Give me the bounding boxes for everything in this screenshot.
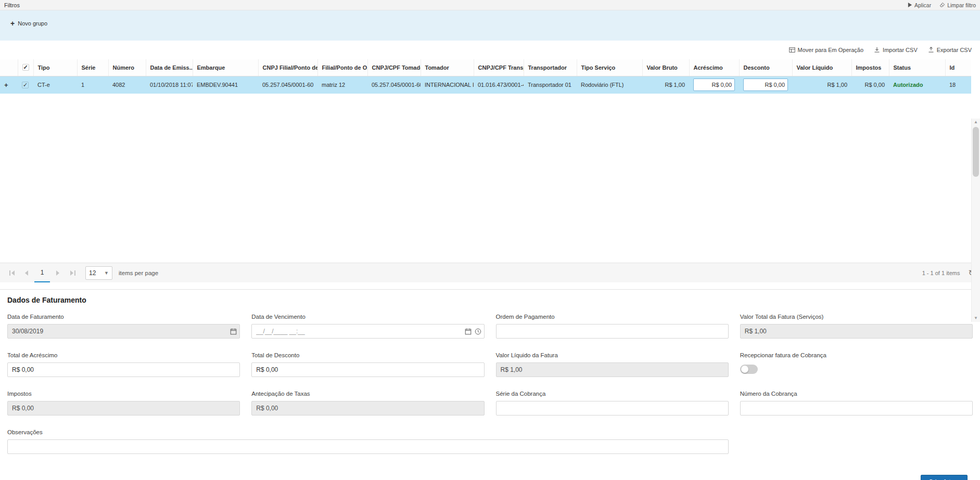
impostos-label: Impostos: [7, 391, 240, 397]
column-header-acrescimo[interactable]: Acréscimo: [689, 59, 739, 76]
desconto-input[interactable]: [743, 79, 788, 91]
cell-transportador: Transportador 01: [524, 76, 577, 94]
current-page[interactable]: 1: [34, 264, 50, 282]
select-all-checkbox-cell: ✓: [18, 59, 33, 76]
cell-cnpj-filial: 05.257.045/0001-60: [258, 76, 317, 94]
column-header-cnpj-tomador[interactable]: CNPJ/CPF Tomador: [367, 59, 421, 76]
valor-liquido-input: [496, 362, 729, 377]
vertical-scrollbar[interactable]: ▲ ▼: [971, 119, 980, 322]
grid-table: ✓ Tipo Série Número Data de Emiss... Emb…: [0, 59, 971, 94]
scroll-down-icon[interactable]: ▼: [972, 315, 980, 322]
criar-fatura-button[interactable]: Criar fatura: [921, 475, 968, 480]
row-checkbox[interactable]: ✓: [22, 82, 29, 88]
column-header-numero[interactable]: Número: [108, 59, 146, 76]
total-acrescimo-label: Total de Acréscimo: [7, 352, 240, 358]
grid-empty-area: [0, 94, 980, 263]
column-header-tomador[interactable]: Tomador: [421, 59, 474, 76]
column-header-desconto[interactable]: Desconto: [739, 59, 792, 76]
apply-filter-label: Aplicar: [914, 2, 931, 8]
export-csv-label: Exportar CSV: [937, 47, 972, 53]
next-page-button[interactable]: [51, 264, 65, 282]
table-move-icon: [789, 47, 795, 53]
last-page-button[interactable]: [66, 264, 79, 282]
import-csv-button[interactable]: Importar CSV: [874, 47, 918, 53]
new-group-button[interactable]: + Novo grupo: [6, 17, 52, 30]
column-header-cnpj-transp[interactable]: CNPJ/CPF Transp...: [474, 59, 524, 76]
eraser-icon: [939, 2, 945, 8]
total-desconto-label: Total de Desconto: [251, 352, 484, 358]
recepcionar-toggle[interactable]: [740, 365, 758, 374]
column-header-serie[interactable]: Série: [77, 59, 108, 76]
data-vencimento-input[interactable]: [251, 324, 484, 339]
cell-acrescimo: [689, 76, 739, 94]
acrescimo-input[interactable]: [693, 79, 735, 91]
clear-filter-button[interactable]: Limpar filtro: [939, 2, 976, 8]
observacoes-field: Observações: [7, 429, 729, 454]
column-header-valor-bruto[interactable]: Valor Bruto: [642, 59, 689, 76]
prev-page-button[interactable]: [20, 264, 33, 282]
cell-valor-bruto: R$ 1,00: [642, 76, 689, 94]
import-icon: [874, 47, 880, 53]
serie-cobranca-input[interactable]: [496, 401, 729, 416]
new-group-label: Novo grupo: [18, 20, 47, 27]
column-header-impostos[interactable]: Impostos: [851, 59, 889, 76]
billing-section: Dados de Faturamento Data de Faturamento…: [0, 289, 980, 480]
data-vencimento-label: Data de Vencimento: [251, 314, 484, 320]
serie-cobranca-label: Série da Cobrança: [496, 391, 729, 397]
recepcionar-label: Recepcionar fatura de Cobrança: [740, 352, 973, 358]
select-all-checkbox[interactable]: ✓: [22, 64, 29, 71]
data-faturamento-input: [7, 324, 240, 339]
column-header-tipo-servico[interactable]: Tipo Serviço: [577, 59, 642, 76]
column-header-filial[interactable]: Filial/Ponto de O...: [317, 59, 367, 76]
column-header-transportador[interactable]: Transportador: [524, 59, 577, 76]
scroll-up-icon[interactable]: ▲: [972, 119, 980, 126]
move-to-operation-button[interactable]: Mover para Em Operação: [789, 47, 864, 53]
items-per-page-label: items per page: [119, 270, 158, 276]
numero-cobranca-input[interactable]: [740, 401, 973, 416]
cell-desconto: [739, 76, 792, 94]
table-row[interactable]: + ✓ CT-e 1 4082 01/10/2018 11:07 EMBDEV.…: [0, 76, 971, 94]
cell-serie: 1: [77, 76, 108, 94]
page-size-value: 12: [89, 269, 96, 277]
first-page-button[interactable]: [5, 264, 19, 282]
filter-group-area: + Novo grupo: [0, 10, 980, 41]
cell-checkbox: ✓: [18, 76, 33, 94]
filters-actions: Aplicar Limpar filtro: [908, 2, 976, 8]
clock-icon[interactable]: [475, 328, 481, 335]
calendar-icon[interactable]: [230, 328, 237, 335]
column-header-cnpj-filial[interactable]: CNPJ Filial/Ponto de ...: [258, 59, 317, 76]
ordem-pagamento-field: Ordem de Pagamento: [496, 314, 729, 339]
cell-expand: +: [0, 76, 18, 94]
total-desconto-field: Total de Desconto: [251, 352, 484, 377]
total-desconto-input[interactable]: [251, 362, 484, 377]
move-to-operation-label: Mover para Em Operação: [798, 47, 864, 53]
scrollbar-thumb[interactable]: [973, 127, 979, 177]
filters-title: Filtros: [4, 2, 20, 8]
data-vencimento-field: Data de Vencimento: [251, 314, 484, 339]
billing-form: Data de Faturamento Data de Vencimento: [7, 314, 973, 454]
valor-liquido-label: Valor Líquido da Fatura: [496, 352, 729, 358]
total-acrescimo-input[interactable]: [7, 362, 240, 377]
data-faturamento-label: Data de Faturamento: [7, 314, 240, 320]
export-csv-button[interactable]: Exportar CSV: [928, 47, 972, 53]
page-size-select[interactable]: 12 ▼: [85, 266, 112, 280]
status-badge: Autorizado: [889, 76, 945, 94]
expand-row-button[interactable]: +: [4, 81, 8, 89]
column-header-status[interactable]: Status: [889, 59, 945, 76]
documents-grid: ✓ Tipo Série Número Data de Emiss... Emb…: [0, 59, 980, 282]
ordem-pagamento-input[interactable]: [496, 324, 729, 339]
plus-icon: +: [10, 20, 15, 27]
column-header-embarque[interactable]: Embarque: [193, 59, 258, 76]
column-header-data-emissao[interactable]: Data de Emiss...: [146, 59, 193, 76]
column-header-id[interactable]: Id: [945, 59, 971, 76]
antecipacao-input: [251, 401, 484, 416]
calendar-icon[interactable]: [465, 328, 472, 335]
observacoes-input[interactable]: [7, 439, 729, 454]
column-header-tipo[interactable]: Tipo: [33, 59, 77, 76]
data-faturamento-field: Data de Faturamento: [7, 314, 240, 339]
column-header-valor-liquido[interactable]: Valor Líquido: [792, 59, 851, 76]
total-acrescimo-field: Total de Acréscimo: [7, 352, 240, 377]
cell-tipo-servico: Rodoviário (FTL): [577, 76, 642, 94]
apply-filter-button[interactable]: Aplicar: [908, 2, 931, 8]
cell-valor-liquido: R$ 1,00: [792, 76, 851, 94]
